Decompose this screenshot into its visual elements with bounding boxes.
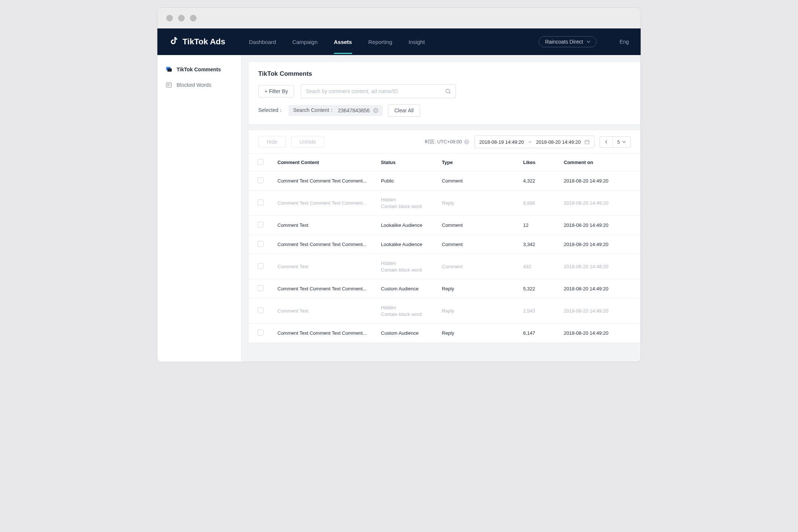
table-row: Comment Text Comment Text Comment...Cust… (249, 324, 640, 343)
table-toolbar: Hide Unhide 时区: UTC+08:00 ? 2018-08-19 1… (248, 130, 641, 154)
table-row: Comment Text Comment Text Comment...Cust… (249, 279, 640, 299)
brand: TikTok Ads (169, 36, 225, 48)
cell-likes: 2,543 (518, 299, 559, 324)
table-row: Comment TextLookalike AudienceComment122… (249, 216, 640, 235)
nav-campaign[interactable]: Campaign (292, 36, 317, 48)
tiktok-logo-icon (169, 36, 179, 48)
cell-type: Reply (437, 324, 518, 343)
cell-date: 2018-08-20 14:49:20 (559, 191, 640, 216)
row-checkbox[interactable] (258, 241, 263, 247)
selected-chip: Search Content：23647843856 ✕ (289, 105, 383, 116)
date-to: 2018-08-20 14:49:20 (536, 139, 581, 145)
row-checkbox[interactable] (258, 285, 263, 291)
th-content[interactable]: Comment Content (272, 154, 376, 171)
traffic-light-dot[interactable] (178, 15, 185, 21)
date-range-picker[interactable]: 2018-08-19 14:49:20 ～ 2018-08-20 14:49:2… (474, 136, 594, 148)
row-checkbox[interactable] (258, 307, 263, 313)
select-all-checkbox[interactable] (258, 159, 263, 165)
page-size-value[interactable]: 5 (613, 137, 630, 147)
cell-content: Comment Text (272, 254, 376, 279)
svg-rect-1 (167, 68, 172, 72)
cell-likes: 3,342 (518, 235, 559, 254)
help-icon[interactable]: ? (464, 139, 469, 144)
chip-prefix: Search Content： (293, 107, 334, 114)
cell-likes: 432 (518, 254, 559, 279)
search-field-wrap (301, 84, 456, 98)
cell-content: Comment Text Comment Text Comment... (272, 279, 376, 299)
row-checkbox[interactable] (258, 222, 263, 228)
cell-date: 2018-08-20 14:49:20 (559, 324, 640, 343)
nav-assets[interactable]: Assets (334, 36, 352, 48)
comments-table: Comment Content Status Type Likes Commen… (248, 154, 641, 343)
cell-content: Comment Text (272, 299, 376, 324)
cell-type: Comment (437, 216, 518, 235)
svg-rect-2 (166, 83, 171, 87)
cell-type: Comment (437, 254, 518, 279)
cell-status: Lookalike Audience (376, 235, 437, 254)
nav-insight[interactable]: Insight (409, 36, 425, 48)
pager-prev[interactable] (600, 137, 613, 146)
table-row: Comment TextHiddenContain block wordComm… (249, 254, 640, 279)
cell-date: 2018-08-20 14:49:20 (559, 299, 640, 324)
cell-content: Comment Text Comment Text Comment... (272, 171, 376, 191)
table-header-row: Comment Content Status Type Likes Commen… (249, 154, 640, 171)
hide-button[interactable]: Hide (258, 136, 286, 148)
nav-reporting[interactable]: Reporting (368, 36, 392, 48)
sidebar: TikTok Comments Blocked Words (157, 55, 242, 362)
chevron-down-icon (622, 140, 626, 144)
th-likes[interactable]: Likes (518, 154, 559, 171)
filters-panel: TikTok Comments + Filter By Selected： (248, 62, 641, 125)
cell-date: 2018-08-20 14:49:20 (559, 235, 640, 254)
th-date[interactable]: Comment on (559, 154, 640, 171)
date-from: 2018-08-19 14:49:20 (479, 139, 524, 145)
sidebar-item-blocked-words[interactable]: Blocked Words (157, 77, 241, 93)
cell-status: Custom Audience (376, 324, 437, 343)
sidebar-item-label: TikTok Comments (177, 66, 221, 72)
row-checkbox[interactable] (258, 330, 263, 335)
cell-likes: 8,996 (518, 191, 559, 216)
row-checkbox[interactable] (258, 200, 263, 205)
chip-value: 23647843856 (338, 108, 370, 113)
nav-dashboard[interactable]: Dashboard (249, 36, 276, 48)
cell-date: 2018-08-20 14:49:20 (559, 216, 640, 235)
cell-type: Reply (437, 299, 518, 324)
table-row: Comment Text Comment Text Comment...Look… (249, 235, 640, 254)
cell-likes: 12 (518, 216, 559, 235)
cell-status: Custom Audience (376, 279, 437, 299)
selected-label: Selected： (258, 107, 283, 114)
row-checkbox[interactable] (258, 263, 263, 269)
brand-name: TikTok Ads (183, 37, 225, 47)
filter-by-button[interactable]: + Filter By (258, 85, 294, 98)
cell-type: Comment (437, 235, 518, 254)
window-titlebar (157, 8, 641, 28)
table-row: Comment TextHiddenContain block wordRepl… (249, 299, 640, 324)
cell-content: Comment Text (272, 216, 376, 235)
cell-status: Public (376, 171, 437, 191)
table-row: Comment Text Comment Text Comment...Publ… (249, 171, 640, 191)
th-status[interactable]: Status (376, 154, 437, 171)
chip-remove-icon[interactable]: ✕ (373, 108, 378, 113)
search-input[interactable] (306, 88, 445, 94)
cell-date: 2018-08-20 14:49:20 (559, 171, 640, 191)
cell-status: Lookalike Audience (376, 216, 437, 235)
account-selector[interactable]: Raincoats Direct (539, 36, 597, 47)
traffic-light-dot[interactable] (190, 15, 197, 21)
unhide-button[interactable]: Unhide (291, 136, 324, 148)
nav-links: Dashboard Campaign Assets Reporting Insi… (249, 36, 425, 48)
chevron-left-icon (604, 140, 608, 144)
selected-filters-row: Selected： Search Content：23647843856 ✕ C… (258, 104, 631, 117)
row-checkbox[interactable] (258, 177, 263, 183)
cell-type: Comment (437, 171, 518, 191)
svg-rect-4 (585, 140, 589, 144)
language-label[interactable]: Eng (620, 39, 629, 45)
cell-likes: 5,322 (518, 279, 559, 299)
traffic-light-dot[interactable] (166, 15, 173, 21)
clear-all-button[interactable]: Clear All (388, 104, 420, 117)
calendar-icon (584, 139, 590, 144)
sidebar-item-tiktok-comments[interactable]: TikTok Comments (157, 62, 241, 77)
account-name: Raincoats Direct (545, 39, 583, 45)
th-type[interactable]: Type (437, 154, 518, 171)
page-size-selector: 5 (600, 136, 631, 148)
blocked-icon (166, 82, 172, 88)
cell-type: Reply (437, 191, 518, 216)
